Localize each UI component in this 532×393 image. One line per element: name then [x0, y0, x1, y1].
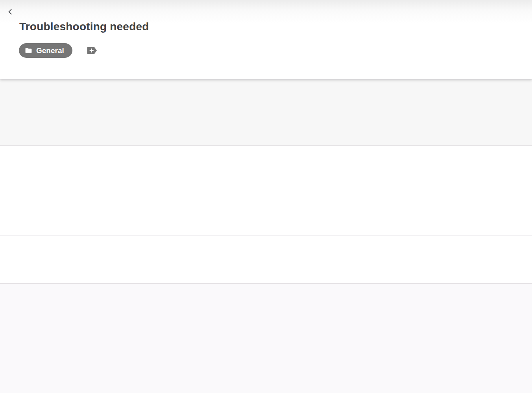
add-label-button[interactable]: [84, 44, 99, 57]
label-plus-icon: [84, 44, 99, 57]
actions-row: NEW: [0, 236, 532, 284]
folder-icon: [25, 47, 32, 54]
conversation-header: Troubleshooting needed General: [0, 0, 532, 79]
page-title: Troubleshooting needed: [19, 20, 149, 33]
message-card: A Alex Bryar wrote today 14:47 (3 mins a…: [0, 146, 532, 235]
label-pill-text: General: [36, 46, 64, 55]
label-row: General: [19, 43, 99, 58]
conversation-view: Troubleshooting needed General: [0, 0, 532, 393]
back-button[interactable]: [5, 6, 16, 17]
chevron-left-icon: [6, 8, 14, 16]
conversation-meta-section: Alex Bryar Created from API: [0, 80, 532, 146]
reply-section[interactable]: Click here toReply to all: [0, 284, 532, 393]
label-pill-general[interactable]: General: [19, 43, 72, 58]
